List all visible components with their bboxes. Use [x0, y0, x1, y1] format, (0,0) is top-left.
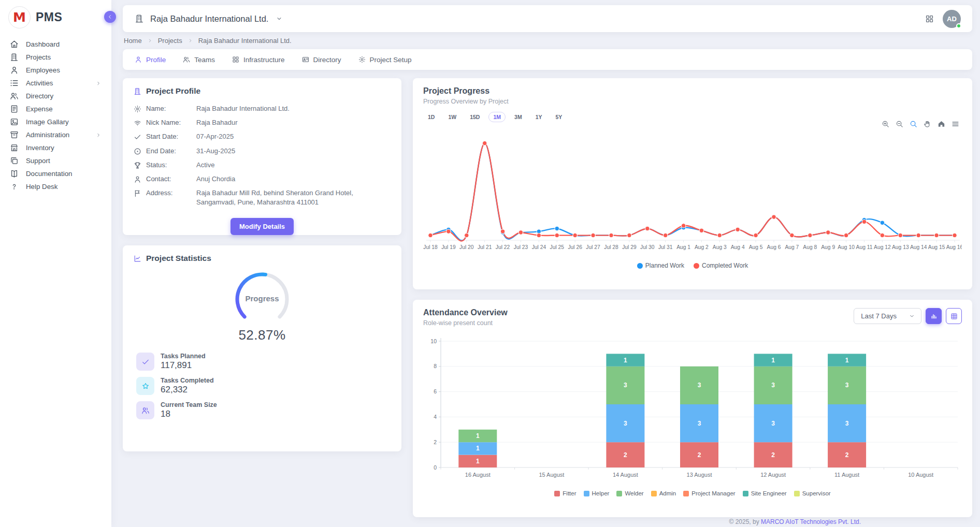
sidebar-item-inventory[interactable]: Inventory: [0, 141, 111, 154]
company-selector[interactable]: Raja Bahadur International Ltd.: [134, 13, 283, 24]
sidebar-item-label: Employees: [26, 66, 60, 74]
tab-directory[interactable]: Directory: [294, 49, 349, 70]
menu-icon[interactable]: [951, 120, 960, 128]
grid-icon: [925, 14, 934, 24]
sidebar-item-label: Expense: [26, 105, 53, 113]
statistics-rows: Tasks Planned117,891Tasks Completed62,33…: [133, 353, 391, 419]
sidebar-item-image-gallary[interactable]: Image Gallary: [0, 115, 111, 128]
avatar[interactable]: AD: [943, 10, 961, 28]
svg-text:3: 3: [698, 420, 701, 427]
range-1d-button[interactable]: 1D: [423, 112, 439, 122]
svg-text:2: 2: [845, 451, 849, 459]
profile-fields: Name:Raja Bahadur International Ltd.Nick…: [133, 104, 391, 208]
svg-text:1: 1: [476, 432, 480, 440]
zoom-out-icon[interactable]: [895, 120, 904, 128]
range-1m-button[interactable]: 1M: [488, 112, 506, 122]
sidebar-item-activities[interactable]: Activities: [0, 77, 111, 90]
sidebar-item-help-desk[interactable]: Help Desk: [0, 180, 111, 193]
apps-grid-button[interactable]: [925, 14, 934, 24]
breadcrumb: HomeProjectsRaja Bahadur International L…: [123, 32, 972, 49]
modify-details-button[interactable]: Modify Details: [230, 218, 294, 235]
zoom-in-icon[interactable]: [881, 120, 890, 128]
people-icon: [141, 406, 150, 415]
attendance-bar-chart: 024681011116 August15 August233114 Augus…: [423, 335, 962, 490]
tab-project-setup[interactable]: Project Setup: [351, 49, 419, 70]
sidebar-item-label: Inventory: [26, 144, 54, 152]
target-icon-wrap: [133, 147, 142, 156]
svg-text:0: 0: [434, 464, 437, 471]
range-15d-button[interactable]: 15D: [465, 112, 484, 122]
breadcrumb-item-projects[interactable]: Projects: [158, 37, 182, 45]
field-label: Nick Name:: [146, 118, 182, 127]
svg-text:3: 3: [771, 420, 775, 427]
building-icon: [133, 87, 142, 96]
svg-text:Jul 20: Jul 20: [459, 244, 474, 250]
tab-label: Project Setup: [370, 56, 412, 64]
legend-welder[interactable]: Welder: [616, 490, 643, 496]
gear-icon: [358, 55, 366, 64]
star-icon: [141, 382, 150, 391]
legend-supervisor[interactable]: Supervisor: [794, 490, 831, 496]
book-icon: [9, 169, 19, 179]
check-icon: [141, 357, 150, 367]
svg-text:6: 6: [434, 388, 437, 394]
card-title: Project Profile: [133, 86, 391, 96]
stat-tasks-planned: Tasks Planned117,891: [136, 353, 391, 371]
sidebar-item-expense[interactable]: Expense: [0, 103, 111, 115]
footer-company-link[interactable]: MARCO AIoT Technologies Pvt. Ltd.: [761, 518, 861, 525]
home-filled-icon[interactable]: [937, 120, 946, 128]
profile-field-contact: Contact:Anuj Chordia: [133, 174, 391, 184]
date-range-select[interactable]: Last 7 Days: [854, 308, 921, 324]
attendance-card-title: Attendance Overview: [423, 308, 508, 317]
legend-planned-work[interactable]: Planned Work: [637, 262, 684, 269]
range-1w-button[interactable]: 1W: [443, 112, 461, 122]
range-3m-button[interactable]: 3M: [510, 112, 527, 122]
bars-icon: [930, 312, 938, 320]
breadcrumb-item-home[interactable]: Home: [124, 37, 142, 45]
sidebar-item-label: Support: [26, 157, 50, 165]
project-statistics-card: Project Statistics Progress 52.87% Tasks…: [123, 245, 401, 451]
legend-fitter[interactable]: Fitter: [554, 490, 576, 496]
progress-card-subtitle: Progress Overview by Project: [423, 98, 962, 105]
tab-profile[interactable]: Profile: [127, 49, 173, 70]
legend-project-manager[interactable]: Project Manager: [683, 490, 735, 496]
field-value: 31-Aug-2025: [182, 147, 391, 156]
sidebar-collapse-button[interactable]: [104, 11, 116, 23]
legend-admin[interactable]: Admin: [651, 490, 676, 496]
tab-teams[interactable]: Teams: [175, 49, 222, 70]
person-icon: [133, 175, 142, 184]
sidebar-item-documentation[interactable]: Documentation: [0, 167, 111, 180]
store-icon: [9, 143, 19, 153]
svg-text:Jul 19: Jul 19: [441, 244, 456, 250]
range-5y-button[interactable]: 5Y: [551, 112, 567, 122]
receipt-icon: [9, 104, 19, 114]
right-column: Project Progress Progress Overview by Pr…: [413, 78, 972, 517]
chevron-right-icon: [95, 131, 102, 139]
chevron-left-icon: [106, 13, 114, 21]
svg-text:1: 1: [845, 357, 849, 364]
table-view-toggle-button[interactable]: [946, 308, 962, 324]
app-logo[interactable]: M PMS: [0, 0, 111, 35]
legend-helper[interactable]: Helper: [584, 490, 610, 496]
selection-zoom-icon[interactable]: [909, 120, 918, 128]
sidebar-item-projects[interactable]: Projects: [0, 51, 111, 64]
legend-site-engineer[interactable]: Site Engineer: [743, 490, 787, 496]
tab-infrastructure[interactable]: Infrastructure: [224, 49, 292, 70]
sidebar-item-employees[interactable]: Employees: [0, 64, 111, 77]
bar-view-toggle-button[interactable]: [926, 308, 942, 324]
svg-text:16 August: 16 August: [465, 472, 491, 478]
svg-text:Jul 26: Jul 26: [568, 244, 582, 250]
sidebar-item-directory[interactable]: Directory: [0, 90, 111, 103]
pan-icon[interactable]: [923, 120, 932, 128]
person-icon-wrap: [133, 174, 142, 184]
top-header: Raja Bahadur International Ltd. AD: [123, 5, 972, 32]
svg-text:2: 2: [771, 451, 775, 459]
person-icon: [9, 65, 19, 75]
building-icon: [9, 52, 19, 62]
sidebar-item-support[interactable]: Support: [0, 154, 111, 167]
sidebar-item-administration[interactable]: Administration: [0, 128, 111, 141]
range-1y-button[interactable]: 1Y: [531, 112, 547, 122]
legend-completed-work[interactable]: Completed Work: [694, 262, 748, 269]
sidebar-item-dashboard[interactable]: Dashboard: [0, 38, 111, 51]
svg-text:Jul 30: Jul 30: [640, 244, 655, 250]
